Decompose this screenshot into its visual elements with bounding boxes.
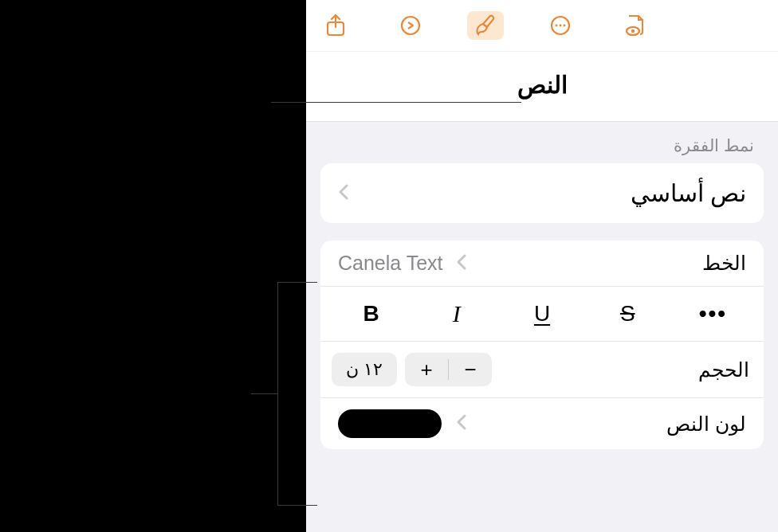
chevron-left-icon (456, 413, 467, 434)
strikethrough-button[interactable]: S (591, 298, 663, 330)
svg-point-3 (556, 25, 558, 27)
redo-button[interactable] (392, 11, 429, 40)
svg-point-8 (631, 29, 635, 33)
paragraph-style-card: نص أساسي (320, 163, 764, 223)
italic-button[interactable]: I (421, 298, 493, 330)
chevron-left-icon (338, 183, 349, 204)
bold-button[interactable]: B (336, 298, 407, 330)
callout-line (277, 505, 317, 506)
text-color-label: لون النص (666, 413, 746, 436)
document-view-icon (623, 14, 647, 37)
callout-line (271, 102, 521, 103)
callout-line (277, 282, 317, 283)
more-styles-button[interactable]: ••• (677, 298, 749, 330)
size-row: الحجم ١٢ ن − + (320, 341, 764, 397)
text-style-row: B I U S ••• (320, 286, 764, 341)
view-button[interactable] (617, 11, 654, 40)
callout-line (251, 393, 277, 394)
paragraph-style-row[interactable]: نص أساسي (320, 163, 764, 223)
svg-point-5 (564, 25, 566, 27)
size-stepper: − + (405, 353, 492, 386)
panel-title: النص (306, 52, 778, 121)
size-increase-button[interactable]: + (405, 353, 448, 386)
size-value[interactable]: ١٢ ن (332, 353, 397, 386)
paragraph-style-value: نص أساسي (349, 179, 746, 207)
text-format-card: الخط Canela Text B I U S ••• الحجم ١٢ ن (320, 241, 764, 449)
text-color-swatch (338, 409, 442, 438)
svg-point-1 (402, 17, 419, 34)
more-circle-icon (549, 14, 572, 37)
size-label: الحجم (698, 358, 749, 381)
font-value: Canela Text (338, 252, 443, 275)
chevron-left-icon (456, 253, 467, 274)
toolbar (306, 0, 778, 52)
text-color-row[interactable]: لون النص (320, 397, 764, 449)
more-button[interactable] (542, 11, 579, 40)
share-icon (325, 14, 346, 37)
font-row[interactable]: الخط Canela Text (320, 241, 764, 286)
callout-line (277, 282, 278, 505)
format-panel: النص نمط الفقرة نص أساسي الخط Canela Tex… (306, 0, 778, 532)
svg-point-4 (560, 25, 562, 27)
underline-button[interactable]: U (506, 298, 578, 330)
redo-icon (399, 14, 422, 37)
share-button[interactable] (317, 11, 354, 40)
panel-body: نمط الفقرة نص أساسي الخط Canela Text (306, 121, 778, 532)
paragraph-style-label: نمط الفقرة (320, 136, 754, 155)
format-button[interactable] (467, 11, 504, 40)
stepper-divider (448, 359, 449, 380)
paintbrush-icon (474, 14, 497, 37)
size-decrease-button[interactable]: − (449, 353, 492, 386)
font-label: الخط (702, 252, 746, 275)
